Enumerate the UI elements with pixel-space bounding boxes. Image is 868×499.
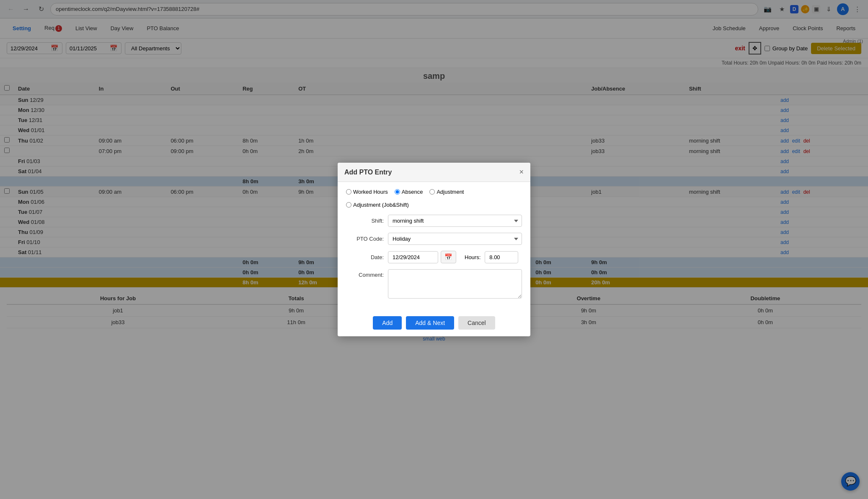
radio-adjustment-input[interactable] <box>429 189 435 195</box>
pto-code-select[interactable]: Holiday <box>388 233 522 245</box>
pto-code-row: PTO Code: Holiday <box>346 233 522 245</box>
radio-absence[interactable]: Absence <box>395 189 423 195</box>
hours-input[interactable] <box>485 251 518 263</box>
radio-adjustment-job-shift[interactable]: Adjustment (Job&Shift) <box>346 202 409 208</box>
modal-body: Worked Hours Absence Adjustment Adjustme… <box>338 182 530 311</box>
modal-footer: Add Add & Next Cancel <box>338 311 530 336</box>
modal-header: Add PTO Entry × <box>338 163 530 182</box>
comment-row: Comment: <box>346 269 522 299</box>
modal-overlay: Add PTO Entry × Worked Hours Absence <box>0 0 868 499</box>
comment-textarea[interactable] <box>388 269 522 299</box>
add-button[interactable]: Add <box>373 316 402 330</box>
shift-row: Shift: morning shift <box>346 215 522 227</box>
radio-worked-hours-input[interactable] <box>346 189 351 195</box>
hours-label: Hours: <box>465 254 480 260</box>
cancel-button[interactable]: Cancel <box>458 316 495 330</box>
radio-adjustment-job-shift-label: Adjustment (Job&Shift) <box>353 202 409 208</box>
modal-close-button[interactable]: × <box>519 168 524 177</box>
date-hours-row: Date: 📅 Hours: <box>346 251 522 263</box>
modal-title: Add PTO Entry <box>344 169 392 176</box>
pto-code-label: PTO Code: <box>346 236 384 242</box>
app-wrapper: Admin (1) Setting Req1 List View Day Vie… <box>0 18 868 499</box>
comment-label: Comment: <box>346 269 384 278</box>
radio-absence-label: Absence <box>402 189 423 195</box>
date-field-wrap: 📅 <box>388 251 456 263</box>
date-input[interactable] <box>388 251 438 263</box>
radio-worked-hours-label: Worked Hours <box>353 189 388 195</box>
radio-absence-input[interactable] <box>395 189 400 195</box>
shift-label: Shift: <box>346 218 384 224</box>
radio-adjustment-job-shift-input[interactable] <box>346 202 351 208</box>
radio-adjustment-label: Adjustment <box>437 189 464 195</box>
date-calendar-button[interactable]: 📅 <box>441 251 456 263</box>
add-and-next-button[interactable]: Add & Next <box>406 316 454 330</box>
radio-adjustment[interactable]: Adjustment <box>429 189 464 195</box>
shift-select[interactable]: morning shift <box>388 215 522 227</box>
radio-worked-hours[interactable]: Worked Hours <box>346 189 388 195</box>
modal-box: Add PTO Entry × Worked Hours Absence <box>338 163 530 336</box>
radio-row: Worked Hours Absence Adjustment Adjustme… <box>346 189 522 208</box>
date-label: Date: <box>346 254 384 260</box>
